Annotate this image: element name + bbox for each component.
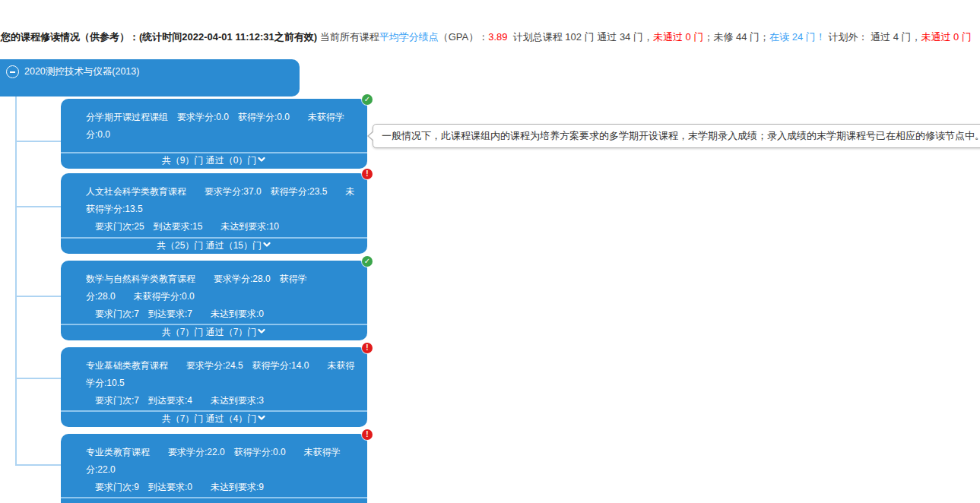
- group-stats-line: 分:0.0: [86, 126, 349, 144]
- course-group-node[interactable]: ! 人文社会科学类教育课程 要求学分:37.0 获得学分:23.5 未 获得学分…: [61, 173, 367, 254]
- summary-extra-plan: 计划外： 通过 4 门，: [826, 31, 921, 43]
- course-group-node[interactable]: ! 专业基础类教育课程 要求学分:24.5 获得学分:14.0 未获得 学分:1…: [61, 347, 367, 427]
- summary-inprogress-count: 在读 24 门！: [769, 31, 826, 43]
- chevron-down-icon: [262, 240, 271, 249]
- summary-failed-count: 未通过 0 门: [653, 31, 703, 43]
- summary-courses-total: 计划总课程 102 门 通过 34 门，: [508, 31, 653, 43]
- group-stats-line: 要求门次:7 到达要求:7 未达到要求:0: [86, 305, 349, 323]
- summary-header: 您的课程修读情况（供参考）：(统计时间2022-04-01 11:12:31之前…: [1, 30, 978, 43]
- tree-trunk-line: [15, 96, 17, 466]
- status-warning-icon: !: [362, 429, 373, 440]
- summary-text: （GPA）：: [439, 31, 489, 43]
- course-group-node[interactable]: ✓ 数学与自然科学类教育课程 要求学分:28.0 获得学 分:28.0 未获得学…: [61, 261, 367, 340]
- tree-branch-line: [16, 141, 61, 142]
- program-root-label: 2020测控技术与仪器(2013): [24, 65, 139, 78]
- tooltip-text: 一般情况下，此课程课组内的课程为培养方案要求的多学期开设课程，末学期录入成绩；录…: [382, 130, 980, 141]
- group-expand-toggle[interactable]: [61, 497, 367, 503]
- group-stats-line: 分:28.0 未获得学分:0.0: [86, 288, 349, 305]
- status-passed-icon: ✓: [362, 256, 373, 267]
- group-stats-line: 学分:10.5: [86, 375, 349, 392]
- chevron-down-icon: [257, 155, 266, 164]
- group-footer-label: 共（25）门 通过（15）门: [157, 240, 262, 251]
- group-stats-line: 数学与自然科学类教育课程 要求学分:28.0 获得学: [86, 270, 349, 288]
- group-stats-line: 要求门次:9 到达要求:0 未达到要求:9: [86, 479, 349, 496]
- group-stats-line: 分学期开课过程课组 要求学分:0.0 获得学分:0.0 未获得学: [86, 109, 349, 126]
- chevron-down-icon: [257, 327, 266, 336]
- program-root-node[interactable]: 2020测控技术与仪器(2013): [0, 59, 300, 96]
- group-expand-toggle[interactable]: 共（9）门 通过（0）门: [61, 152, 367, 169]
- summary-untaken-count: ；未修 44 门；: [703, 31, 769, 43]
- group-stats-line: 要求门次:7 到达要求:4 未达到要求:3: [86, 392, 349, 410]
- group-stats-line: 专业基础类教育课程 要求学分:24.5 获得学分:14.0 未获得: [86, 357, 349, 375]
- group-stats-line: 要求门次:25 到达要求:15 未达到要求:10: [86, 218, 349, 236]
- gpa-value: 3.89: [488, 31, 507, 43]
- tree-branch-line: [16, 206, 61, 207]
- group-expand-toggle[interactable]: 共（25）门 通过（15）门: [61, 237, 367, 254]
- summary-title: 您的课程修读情况（供参考）：(统计时间2022-04-01 11:12:31之前…: [1, 31, 320, 43]
- status-passed-icon: ✓: [362, 94, 373, 105]
- group-expand-toggle[interactable]: 共（7）门 通过（4）门: [61, 410, 367, 427]
- summary-text: 当前所有课程: [320, 31, 379, 43]
- status-warning-icon: !: [362, 169, 373, 179]
- group-stats-line: 分:22.0: [86, 461, 349, 479]
- group-help-tooltip: 一般情况下，此课程课组内的课程为培养方案要求的多学期开设课程，末学期录入成绩；录…: [373, 124, 980, 148]
- course-group-node[interactable]: ✓ 分学期开课过程课组 要求学分:0.0 获得学分:0.0 未获得学 分:0.0…: [61, 99, 367, 169]
- tree-branch-line: [16, 296, 61, 297]
- group-footer-label: 共（9）门 通过（0）门: [162, 155, 257, 166]
- gpa-link[interactable]: 平均学分绩点: [379, 31, 439, 43]
- course-group-node[interactable]: ! 专业类教育课程 要求学分:22.0 获得学分:0.0 未获得学 分:22.0…: [61, 434, 367, 503]
- summary-extra-failed-count: 未通过 0 门: [921, 31, 971, 43]
- status-warning-icon: !: [362, 343, 373, 353]
- collapse-minus-icon[interactable]: [6, 65, 19, 78]
- group-expand-toggle[interactable]: 共（7）门 通过（7）门: [61, 324, 367, 340]
- chevron-down-icon: [257, 413, 266, 422]
- group-stats-line: 专业类教育课程 要求学分:22.0 获得学分:0.0 未获得学: [86, 444, 349, 461]
- course-plan-tree-page: 您的课程修读情况（供参考）：(统计时间2022-04-01 11:12:31之前…: [0, 0, 980, 503]
- tree-branch-line: [16, 464, 61, 466]
- group-stats-line: 获得学分:13.5: [86, 201, 349, 218]
- group-stats-line: 人文社会科学类教育课程 要求学分:37.0 获得学分:23.5 未: [86, 183, 349, 201]
- tree-branch-line: [16, 378, 61, 379]
- group-footer-label: 共（7）门 通过（7）门: [162, 327, 257, 337]
- group-footer-label: 共（7）门 通过（4）门: [162, 413, 257, 424]
